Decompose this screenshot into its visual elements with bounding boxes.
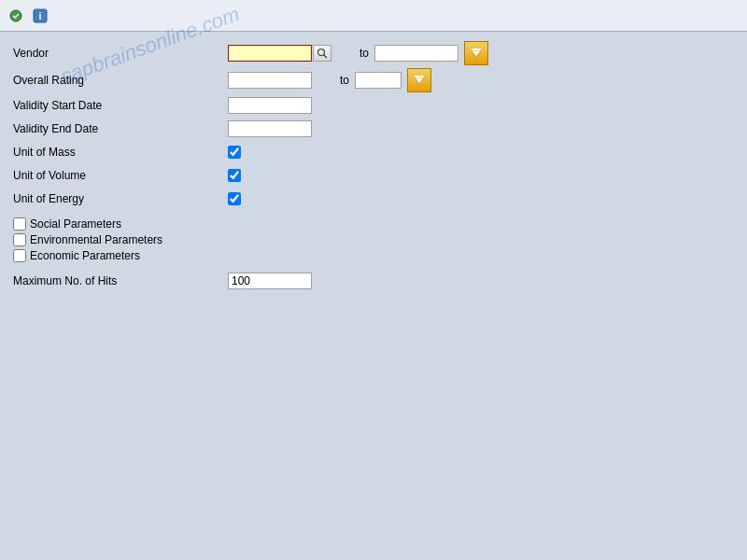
unit-energy-label: Unit of Energy [13,192,228,205]
economic-label: Economic Parameters [30,249,140,262]
environmental-row: Environmental Parameters [13,233,734,246]
vendor-nav-button-1[interactable] [464,41,488,65]
unit-mass-label: Unit of Mass [13,146,228,159]
environmental-checkbox[interactable] [13,233,26,246]
svg-line-4 [324,55,328,59]
social-label: Social Parameters [30,217,121,231]
validity-end-label: Validity End Date [13,122,228,135]
svg-text:i: i [38,10,41,21]
unit-energy-row: Unit of Energy [13,189,734,209]
max-hits-label: Maximum No. of Hits [13,274,228,287]
toolbar: i [0,0,747,32]
validity-start-row: Validity Start Date [13,95,734,116]
overall-rating-row: Overall Rating to [13,68,734,92]
unit-energy-checkbox[interactable] [228,192,241,205]
unit-mass-row: Unit of Mass [13,142,734,162]
max-hits-input[interactable] [228,273,312,289]
vendor-to-section: to [350,41,488,65]
unit-volume-label: Unit of Volume [13,169,228,182]
main-content: sapbrainsonline.com Vendor to Overall Ra… [0,32,747,303]
svg-rect-6 [472,49,481,50]
vendor-search-button[interactable] [313,45,331,62]
rating-to-input[interactable] [355,72,402,89]
vendor-label: Vendor [13,47,228,60]
environmental-label: Environmental Parameters [30,233,162,246]
vendor-input[interactable] [228,45,312,62]
unit-volume-row: Unit of Volume [13,165,734,186]
social-row: Social Parameters [13,217,734,231]
max-hits-row: Maximum No. of Hits [13,271,734,291]
svg-marker-5 [472,50,481,57]
economic-checkbox[interactable] [13,249,26,262]
rating-to-label: to [340,74,349,87]
validity-start-input[interactable] [228,97,312,114]
unit-volume-checkbox[interactable] [228,169,241,182]
overall-rating-label: Overall Rating [13,74,228,87]
svg-point-3 [318,49,325,56]
overall-rating-input[interactable] [228,72,312,89]
vendor-to-input[interactable] [374,45,458,62]
svg-rect-8 [415,76,424,77]
validity-end-input[interactable] [228,120,312,137]
validity-end-row: Validity End Date [13,119,734,139]
validity-start-label: Validity Start Date [13,99,228,112]
unit-mass-checkbox[interactable] [228,146,241,159]
info-icon[interactable]: i [30,6,50,26]
rating-to-section: to [331,68,431,92]
vendor-row: Vendor to [13,41,734,65]
rating-nav-button[interactable] [407,68,431,92]
social-checkbox[interactable] [13,217,26,231]
vendor-to-label: to [359,47,369,60]
svg-marker-7 [415,77,424,84]
economic-row: Economic Parameters [13,249,734,262]
green-circle-icon[interactable] [6,6,26,26]
